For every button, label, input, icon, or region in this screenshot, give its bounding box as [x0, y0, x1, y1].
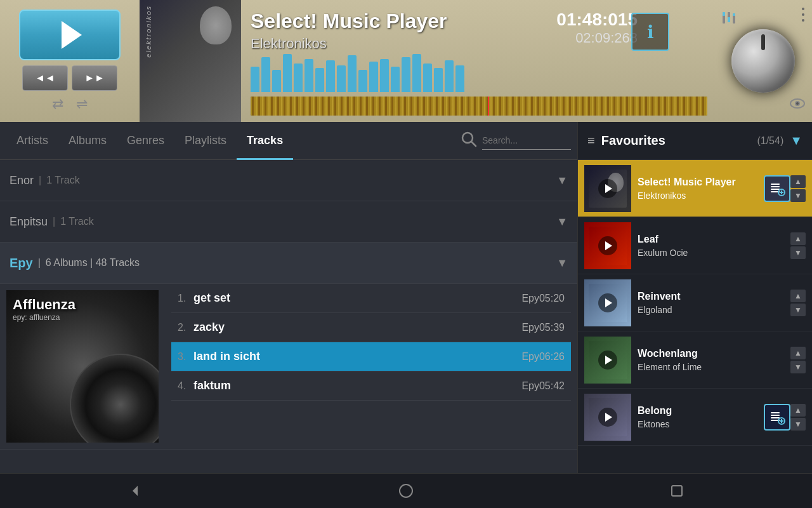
- search-input[interactable]: [482, 132, 571, 150]
- back-button[interactable]: [116, 478, 154, 504]
- fav-info-belong: Belong Ektones: [631, 405, 764, 429]
- home-button[interactable]: [387, 478, 425, 504]
- prev-button[interactable]: ◄◄: [22, 65, 68, 91]
- playhead: [488, 97, 489, 116]
- artist-name-enor: Enor: [10, 174, 34, 187]
- track-duration-1: 05:20: [539, 293, 565, 304]
- artist-meta-enor: 1 Track: [46, 175, 79, 186]
- svg-rect-19: [771, 415, 780, 416]
- scroll-down-elektronikos[interactable]: ▼: [790, 189, 806, 202]
- menu-button[interactable]: [802, 8, 804, 22]
- track-item-3[interactable]: 3. land in sicht Epy 06:26: [171, 342, 571, 371]
- artist-row-epy[interactable]: Epy | 6 Albums | 48 Tracks ▼: [0, 243, 577, 284]
- track-num-3: 3.: [178, 351, 193, 363]
- svg-point-26: [400, 485, 412, 497]
- album-art: Affluenza epy: affluenza: [6, 290, 159, 443]
- scroll-down-wochenlang[interactable]: ▼: [790, 361, 806, 373]
- artist-row-enor[interactable]: Enor | 1 Track ▼: [0, 160, 577, 201]
- tab-playlists[interactable]: Playlists: [174, 128, 237, 154]
- recent-apps-button[interactable]: [658, 478, 696, 504]
- fav-info-leaf: Leaf Exulum Ocie: [631, 234, 790, 258]
- playback-controls: ◄◄ ►► ⇄ ⇌: [0, 0, 140, 122]
- favourites-header: ≡ Favourites (1/54) ▼: [578, 122, 812, 160]
- spectrum-bar: [391, 67, 400, 92]
- tab-tracks[interactable]: Tracks: [237, 128, 293, 154]
- fav-item-belong[interactable]: Belong Ektones ▲ ▼: [578, 389, 812, 446]
- player-info: Select! Music Player Elektronikos 01:48:…: [241, 0, 714, 122]
- visualizer-button[interactable]: [789, 98, 806, 112]
- track-duration-3: 06:26: [539, 351, 565, 363]
- search-button[interactable]: [461, 131, 477, 151]
- artist-name-enpitsu: Enpitsu: [10, 215, 48, 229]
- spectrum-bar: [272, 70, 281, 92]
- fav-item-reinvent[interactable]: Reinvent Elgoland ▲ ▼: [578, 274, 812, 331]
- expand-icon-enpitsu: ▼: [556, 215, 568, 229]
- track-duration-2: 05:39: [539, 322, 565, 333]
- scroll-down-reinvent[interactable]: ▼: [790, 304, 806, 316]
- scroll-up-reinvent[interactable]: ▲: [790, 290, 806, 302]
- info-button[interactable]: ℹ: [631, 13, 669, 51]
- track-item-2[interactable]: 2. zacky Epy 05:39: [171, 313, 571, 342]
- list-icon[interactable]: ≡: [587, 133, 595, 148]
- fav-info-reinvent: Reinvent Elgoland: [631, 291, 790, 315]
- spectrum-bar: [380, 59, 389, 92]
- tab-albums[interactable]: Albums: [58, 128, 117, 154]
- scroll-up-leaf[interactable]: ▲: [790, 232, 806, 245]
- fav-item-wochenlang[interactable]: Wochenlang Element of Lime ▲ ▼: [578, 331, 812, 389]
- spectrum-bar: [348, 55, 357, 92]
- fav-scroll-reinvent: ▲ ▼: [790, 290, 806, 316]
- scroll-up-elektronikos[interactable]: ▲: [790, 175, 806, 188]
- svg-rect-12: [771, 186, 780, 187]
- play-button[interactable]: [19, 10, 121, 60]
- fav-playlist-button-elektronikos[interactable]: [764, 175, 790, 202]
- track-title-1: get set: [193, 291, 516, 305]
- extra-buttons: ⇄ ⇌: [52, 96, 88, 112]
- fav-item-elektronikos[interactable]: Select! Music Player Elektronikos: [578, 160, 812, 217]
- fav-title-leaf: Leaf: [638, 234, 784, 245]
- svg-rect-18: [771, 412, 780, 413]
- fav-artist-wochenlang: Element of Lime: [638, 362, 784, 372]
- svg-point-8: [796, 102, 799, 105]
- tab-artists[interactable]: Artists: [6, 128, 58, 154]
- scroll-up-wochenlang[interactable]: ▲: [790, 347, 806, 359]
- waveform-display: [251, 97, 707, 116]
- track-title-2: zacky: [193, 321, 516, 334]
- fav-playlist-button-belong[interactable]: [764, 404, 790, 431]
- spectrum-bar: [294, 64, 303, 92]
- scroll-down-leaf[interactable]: ▼: [790, 246, 806, 259]
- fav-scroll-elektronikos: ▲ ▼: [790, 175, 806, 202]
- repeat-button[interactable]: ⇄: [52, 96, 63, 112]
- track-item-4[interactable]: 4. faktum Epy 05:42: [171, 371, 571, 401]
- shuffle-button[interactable]: ⇌: [76, 96, 88, 112]
- equalizer-button[interactable]: [720, 10, 738, 30]
- favourites-dropdown[interactable]: ▼: [790, 133, 802, 148]
- waveform[interactable]: [251, 97, 707, 116]
- volume-knob[interactable]: [731, 29, 795, 93]
- album-art-image: elektronikos: [140, 0, 241, 122]
- svg-rect-3: [728, 17, 730, 22]
- track-artist-2: Epy: [521, 322, 539, 333]
- album-title: Affluenza: [13, 297, 75, 313]
- track-num-1: 1.: [178, 293, 193, 304]
- bottom-nav: [0, 473, 812, 508]
- artist-row-enpitsu[interactable]: Enpitsu | 1 Track ▼: [0, 201, 577, 243]
- fav-thumbnail-wochenlang: [584, 337, 631, 384]
- fav-scroll-wochenlang: ▲ ▼: [790, 347, 806, 373]
- track-item-1[interactable]: 1. get set Epy 05:20: [171, 284, 571, 313]
- fav-artist-belong: Ektones: [638, 419, 757, 429]
- back-icon: [128, 483, 143, 498]
- home-icon: [398, 483, 414, 498]
- album-art-label: elektronikos: [145, 5, 152, 58]
- fav-title-elektronikos: Select! Music Player: [638, 177, 757, 188]
- spectrum-bar: [304, 59, 313, 92]
- nav-tabs: Artists Albums Genres Playlists Tracks: [0, 122, 577, 160]
- next-button[interactable]: ►►: [72, 65, 117, 91]
- scroll-up-belong[interactable]: ▲: [790, 404, 806, 417]
- tab-genres[interactable]: Genres: [117, 128, 174, 154]
- search-icon: [461, 131, 477, 147]
- spectrum-bar: [283, 54, 292, 92]
- scroll-down-belong[interactable]: ▼: [790, 418, 806, 431]
- time-current: 01:48:015: [556, 10, 638, 30]
- svg-rect-1: [723, 12, 725, 16]
- fav-item-leaf[interactable]: Leaf Exulum Ocie ▲ ▼: [578, 217, 812, 274]
